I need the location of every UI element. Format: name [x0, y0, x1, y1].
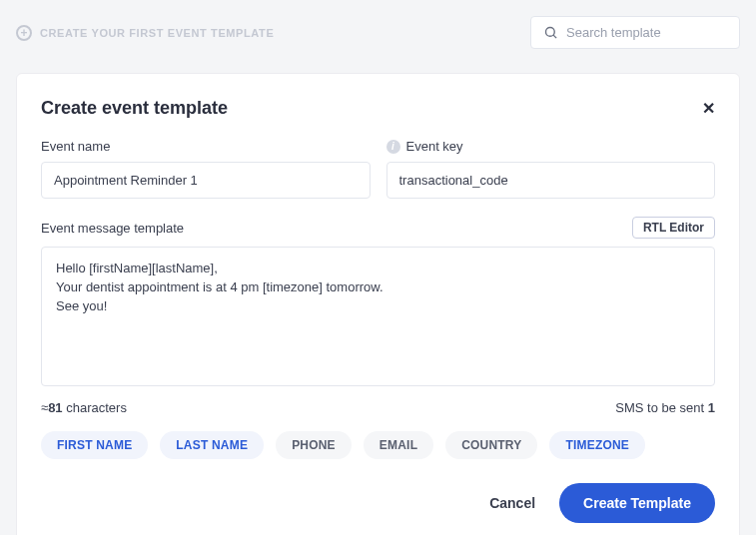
- svg-point-0: [546, 28, 555, 37]
- event-name-field: Event name: [41, 139, 371, 199]
- chip-country[interactable]: COUNTRY: [445, 431, 537, 459]
- topbar: + CREATE YOUR FIRST EVENT TEMPLATE: [0, 0, 756, 49]
- chip-last-name[interactable]: LAST NAME: [160, 431, 264, 459]
- char-count: ≈81 characters: [41, 400, 127, 415]
- info-icon: i: [386, 140, 400, 154]
- chip-phone[interactable]: PHONE: [276, 431, 352, 459]
- fields-row: Event name i Event key: [41, 139, 715, 199]
- search-input[interactable]: [566, 25, 727, 40]
- plus-circle-icon: +: [16, 25, 32, 41]
- message-label-row: Event message template RTL Editor: [41, 217, 715, 239]
- event-name-input[interactable]: [41, 162, 371, 199]
- message-label: Event message template: [41, 221, 184, 236]
- search-box[interactable]: [530, 16, 740, 49]
- rtl-editor-button[interactable]: RTL Editor: [632, 217, 715, 239]
- counter-row: ≈81 characters SMS to be sent 1: [41, 400, 715, 415]
- breadcrumb-wrap: + CREATE YOUR FIRST EVENT TEMPLATE: [16, 25, 274, 41]
- event-key-input[interactable]: [386, 162, 716, 199]
- event-key-field: i Event key: [386, 139, 716, 199]
- sms-count: SMS to be sent 1: [615, 400, 715, 415]
- card-header: Create event template ✕: [41, 98, 715, 119]
- card-title: Create event template: [41, 98, 228, 119]
- event-name-label: Event name: [41, 139, 110, 154]
- close-button[interactable]: ✕: [702, 99, 715, 118]
- actions-row: Cancel Create Template: [41, 483, 715, 523]
- cancel-button[interactable]: Cancel: [489, 495, 535, 511]
- create-template-card: Create event template ✕ Event name i Eve…: [16, 73, 740, 535]
- chip-timezone[interactable]: TIMEZONE: [549, 431, 645, 459]
- message-textarea[interactable]: [41, 247, 715, 386]
- chips-row: FIRST NAMELAST NAMEPHONEEMAILCOUNTRYTIME…: [41, 431, 715, 459]
- create-template-button[interactable]: Create Template: [559, 483, 715, 523]
- chip-first-name[interactable]: FIRST NAME: [41, 431, 148, 459]
- search-icon: [543, 25, 558, 40]
- event-key-label: Event key: [406, 139, 463, 154]
- breadcrumb-title: CREATE YOUR FIRST EVENT TEMPLATE: [40, 27, 274, 39]
- svg-line-1: [553, 35, 556, 38]
- chip-email[interactable]: EMAIL: [364, 431, 433, 459]
